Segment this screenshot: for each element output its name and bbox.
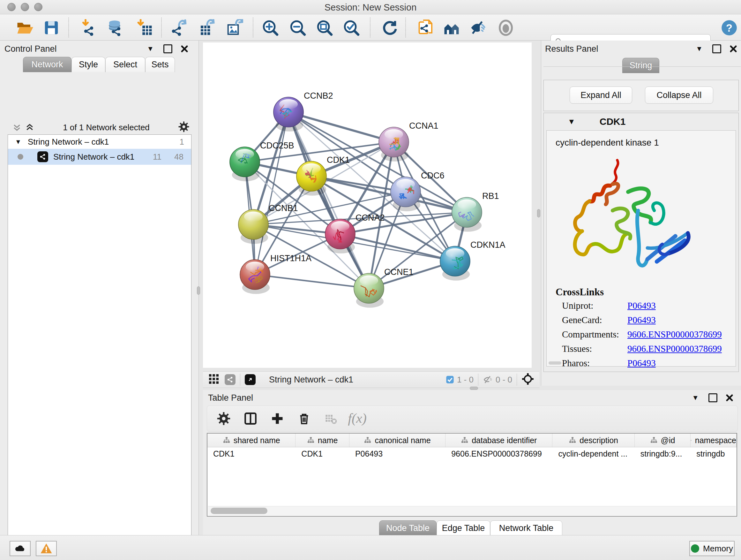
tab-select[interactable]: Select [105,57,145,72]
edge-HIST1H1A-CCNE1[interactable] [255,274,369,288]
cell[interactable]: stringdb [690,447,737,460]
import-network-icon[interactable] [79,19,98,37]
table-hscrollbar[interactable] [208,506,736,515]
column-header-canonical-name[interactable]: canonical name [349,434,446,447]
open-in-new-window-icon[interactable] [245,374,256,385]
network-options-gear-icon[interactable] [178,121,190,134]
panel-float-icon[interactable] [163,44,172,53]
import-table-icon[interactable] [135,19,154,37]
zoom-selected-icon[interactable] [342,19,360,37]
help-button[interactable]: ? [720,19,738,37]
network-edge-count: 48 [174,152,184,162]
node-CCNA2[interactable] [325,219,355,253]
edge-CCNB2-CCNA1[interactable] [288,112,394,142]
results-entry-box: ▼ CDK1 cyclin-dependent kinase 1 [543,113,739,372]
panel-menu-icon[interactable]: ▼ [147,45,154,53]
add-column-icon[interactable] [264,412,291,426]
hide-unselected-icon[interactable] [469,19,488,37]
toolbar-separator [68,17,69,37]
duplicate-network-icon[interactable] [417,19,435,37]
zoom-out-icon[interactable] [288,19,307,37]
edge-CCNB2-HIST1H1A[interactable] [255,112,288,274]
cell[interactable]: cyclin-dependent ... [552,447,634,460]
panel-menu-icon[interactable]: ▼ [692,394,699,402]
cell[interactable]: stringdb:9... [635,447,691,460]
right-splitter-handle[interactable] [537,209,540,217]
first-neighbors-icon[interactable] [442,19,461,37]
column-header-namespace[interactable]: namespace [690,434,737,447]
cell[interactable]: P06493 [349,447,446,460]
import-database-icon[interactable] [105,19,124,37]
tab-node-table[interactable]: Node Table [379,520,436,536]
collapse-all-icon[interactable] [12,123,22,132]
cell[interactable]: 9606.ENSP00000378699 [446,447,552,460]
cloud-button[interactable] [10,541,30,556]
refresh-icon[interactable] [381,19,399,37]
node-CDKN1A[interactable] [440,246,470,281]
node-HIST1H1A[interactable] [240,260,270,294]
zoom-in-icon[interactable] [261,19,280,37]
entry-scrollbar-thumb[interactable] [549,361,561,365]
column-header-name[interactable]: name [295,434,349,447]
export-network-icon[interactable] [170,19,188,37]
tab-network[interactable]: Network [23,57,71,72]
node-CCNB1[interactable] [239,209,268,244]
delete-table-icon [318,412,344,425]
panel-float-icon[interactable] [712,44,721,53]
memory-button[interactable]: Memory [689,541,735,556]
expand-all-button[interactable]: Expand All [569,86,632,104]
left-splitter-handle[interactable] [197,287,200,295]
crosslink-row: Compartments:9606.ENSP00000378699 [562,329,734,344]
expand-all-icon[interactable] [25,123,35,132]
tab-edge-table[interactable]: Edge Table [436,520,490,536]
show-all-icon[interactable] [496,19,515,37]
cell[interactable]: CDK1 [295,447,349,460]
save-session-icon[interactable] [42,19,61,37]
warning-button[interactable] [36,541,57,556]
panel-close-icon[interactable] [730,45,737,53]
panel-float-icon[interactable] [709,393,718,402]
network-collection-row[interactable]: ▼ String Network – cdk1 1 [8,135,191,149]
node-CCNA1[interactable] [379,127,409,162]
node-CDC25B[interactable] [230,147,260,181]
export-table-icon[interactable] [197,19,216,37]
collapse-all-button[interactable]: Collapse All [645,86,713,104]
node-CCNE1[interactable] [354,273,384,308]
node-CDK1[interactable] [296,161,327,196]
cell[interactable]: CDK1 [207,447,295,460]
entry-collapse-icon[interactable]: ▼ [568,117,576,126]
column-header-database-identifier[interactable]: database identifier [446,434,552,447]
fit-selected-crosshair-icon[interactable] [522,373,534,387]
column-header-shared-name[interactable]: shared name [207,434,295,447]
node-CCNB2[interactable] [273,97,304,132]
table-settings-icon[interactable] [210,412,237,426]
crosslink-link[interactable]: 9606.ENSP00000378699 [627,329,722,340]
table-hscrollbar-thumb[interactable] [211,508,267,514]
tab-style[interactable]: Style [71,57,105,72]
collection-expand-icon[interactable]: ▼ [15,138,23,145]
panel-close-icon[interactable] [726,394,733,401]
delete-column-icon[interactable] [291,412,318,425]
horizontal-splitter-handle[interactable] [470,387,478,390]
table-toolbar: f(x) [207,406,738,432]
node-RB1[interactable] [452,197,482,232]
column-header-description[interactable]: description [552,434,634,447]
zoom-fit-icon[interactable] [315,19,334,37]
open-file-icon[interactable] [15,19,34,37]
network-canvas[interactable]: CCNB2CCNA1CDC25BCDK1CDC6RB1CCNB1CCNA2CDK… [203,43,532,368]
crosslink-link[interactable]: 9606.ENSP00000378699 [627,344,722,354]
birds-eye-view-icon[interactable] [208,373,219,386]
network-share-icon[interactable] [225,374,235,385]
panel-close-icon[interactable] [181,45,188,53]
crosslink-link[interactable]: P06493 [627,300,656,311]
tab-sets[interactable]: Sets [145,57,175,72]
network-row-selected[interactable]: String Network – cdk1 11 48 [8,149,191,165]
export-image-icon[interactable] [225,19,244,37]
manage-columns-icon[interactable] [237,412,264,426]
panel-menu-icon[interactable]: ▼ [696,45,703,53]
crosslink-link[interactable]: P06493 [627,315,656,325]
node-CDC6[interactable] [391,177,421,211]
crosslink-link[interactable]: P06493 [627,358,656,368]
column-header--id[interactable]: @id [635,434,691,447]
tab-network-table[interactable]: Network Table [490,520,562,536]
